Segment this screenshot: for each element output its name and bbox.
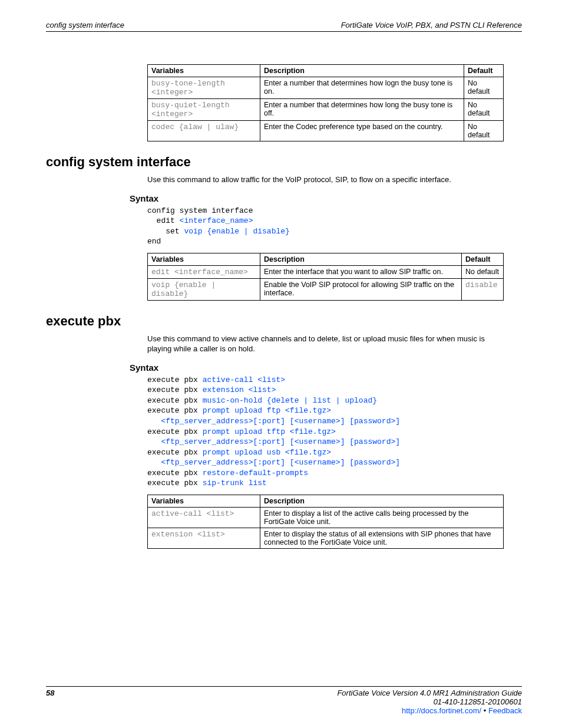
col-default: Default xyxy=(462,253,504,265)
table-row: busy-quiet-length <integer> Enter a numb… xyxy=(148,99,504,121)
table-row: voip {enable | disable} Enable the VoIP … xyxy=(148,278,504,300)
table-row: busy-tone-length <integer> Enter a numbe… xyxy=(148,77,504,99)
col-description: Description xyxy=(260,495,504,507)
section-heading-execute-pbx: execute pbx xyxy=(46,314,522,329)
page-header: config system interface FortiGate Voice … xyxy=(46,21,522,32)
syntax-heading: Syntax xyxy=(130,193,522,203)
code-block: config system interface edit <interface_… xyxy=(147,206,522,247)
header-left: config system interface xyxy=(46,21,124,29)
code-block: execute pbx active-call <list> execute p… xyxy=(147,375,522,489)
footer-feedback-link[interactable]: Feedback xyxy=(488,706,522,715)
variables-table-2: Variables Description Default edit <inte… xyxy=(147,253,504,301)
table-row: active-call <list> Enter to display a li… xyxy=(148,507,504,528)
page-number: 58 xyxy=(46,689,54,715)
variables-table-3: Variables Description active-call <list>… xyxy=(147,495,504,549)
footer-guide: FortiGate Voice Version 4.0 MR1 Administ… xyxy=(337,689,522,697)
col-description: Description xyxy=(260,253,462,265)
col-default: Default xyxy=(464,65,504,77)
table-row: codec {alaw | ulaw} Enter the Codec pref… xyxy=(148,121,504,141)
section-intro: Use this command to allow traffic for th… xyxy=(147,174,504,185)
variables-table-1: Variables Description Default busy-tone-… xyxy=(147,64,504,141)
col-variables: Variables xyxy=(148,495,260,507)
header-right: FortiGate Voice VoIP, PBX, and PSTN CLI … xyxy=(341,21,522,29)
footer-link[interactable]: http://docs.fortinet.com/ xyxy=(402,706,481,715)
section-heading-config-system-interface: config system interface xyxy=(46,154,522,170)
page-footer: 58 FortiGate Voice Version 4.0 MR1 Admin… xyxy=(46,686,522,715)
footer-docid: 01-410-112851-20100601 xyxy=(337,697,522,706)
col-variables: Variables xyxy=(148,253,260,265)
table-row: edit <interface_name> Enter the interfac… xyxy=(148,265,504,278)
table-row: extension <list> Enter to display the st… xyxy=(148,528,504,548)
section-intro: Use this command to view active channels… xyxy=(147,334,504,354)
col-variables: Variables xyxy=(148,65,260,77)
syntax-heading: Syntax xyxy=(130,363,522,373)
col-description: Description xyxy=(260,65,464,77)
